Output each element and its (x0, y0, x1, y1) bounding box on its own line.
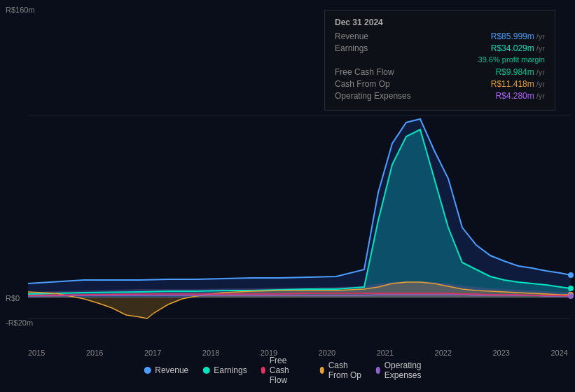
fcf-row: Free Cash Flow R$9.984m /yr (335, 67, 545, 77)
legend-earnings: Earnings (202, 365, 247, 375)
cashop-unit: /yr (536, 80, 545, 88)
earnings-value: R$34.029m (491, 43, 534, 53)
chart-svg (0, 108, 575, 346)
earnings-row: Earnings R$34.029m /yr (335, 43, 545, 53)
legend-dot-earnings (202, 367, 209, 374)
cashop-value: R$11.418m (491, 79, 534, 89)
legend-label-cashop: Cash From Op (328, 360, 362, 380)
x-label-2024: 2024 (550, 349, 567, 357)
legend-label-fcf: Free Cash Flow (270, 356, 306, 385)
x-label-2015: 2015 (28, 349, 45, 357)
x-label-2016: 2016 (86, 349, 103, 357)
info-date: Dec 31 2024 (335, 18, 545, 27)
x-label-2023: 2023 (493, 349, 510, 357)
legend-cashop: Cash From Op (320, 360, 362, 380)
svg-point-7 (568, 293, 574, 299)
revenue-value: R$85.999m (491, 31, 534, 41)
legend-label-earnings: Earnings (214, 365, 247, 375)
revenue-row: Revenue R$85.999m /yr (335, 31, 545, 41)
svg-point-5 (568, 286, 574, 291)
legend-dot-revenue (144, 367, 151, 374)
opex-unit: /yr (536, 92, 545, 100)
earnings-unit: /yr (536, 44, 545, 52)
profit-margin-row: 39.6% profit margin (335, 55, 545, 64)
legend-dot-opex (376, 367, 380, 374)
legend: Revenue Earnings Free Cash Flow Cash Fro… (144, 356, 431, 385)
opex-label: Operating Expenses (335, 91, 426, 101)
revenue-label: Revenue (335, 31, 426, 41)
opex-row: Operating Expenses R$4.280m /yr (335, 91, 545, 101)
legend-opex: Operating Expenses (376, 360, 431, 380)
y-label-top: R$160m (6, 6, 35, 14)
fcf-value: R$9.984m (495, 67, 534, 77)
cashop-row: Cash From Op R$11.418m /yr (335, 79, 545, 89)
fcf-label: Free Cash Flow (335, 67, 426, 77)
info-box: Dec 31 2024 Revenue R$85.999m /yr Earnin… (324, 10, 555, 111)
fcf-unit: /yr (536, 68, 545, 76)
legend-dot-fcf (261, 367, 265, 374)
svg-point-4 (568, 272, 574, 278)
profit-margin-value: 39.6% profit margin (478, 55, 545, 64)
x-label-2022: 2022 (435, 349, 452, 357)
legend-label-opex: Operating Expenses (385, 360, 431, 380)
cashop-label: Cash From Op (335, 79, 426, 89)
revenue-unit: /yr (536, 32, 545, 41)
legend-fcf: Free Cash Flow (261, 356, 306, 385)
earnings-label: Earnings (335, 43, 426, 53)
legend-dot-cashop (320, 367, 324, 374)
legend-label-revenue: Revenue (155, 365, 188, 375)
opex-value: R$4.280m (495, 91, 534, 101)
legend-revenue: Revenue (144, 365, 188, 375)
